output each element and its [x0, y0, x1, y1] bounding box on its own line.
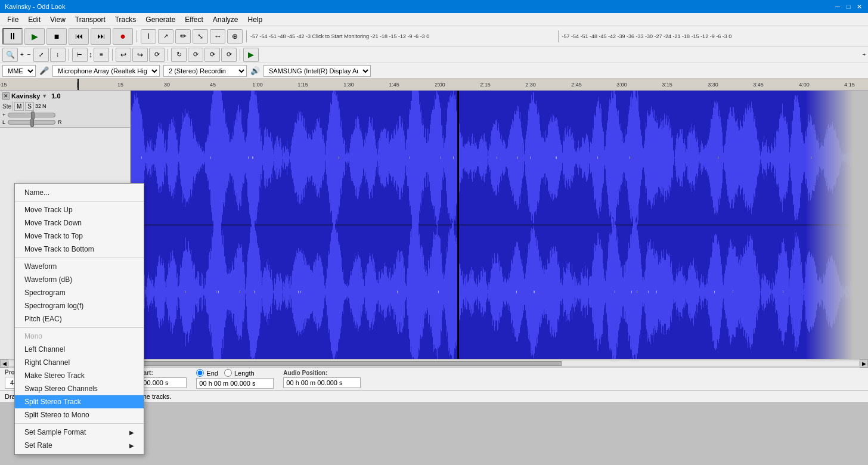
menu-file[interactable]: File	[2, 14, 23, 25]
skip-fwd-button[interactable]: ⏭	[91, 28, 111, 45]
play-once-btn[interactable]: ⟳	[221, 48, 237, 62]
gain-btn[interactable]: ≡	[94, 48, 109, 62]
device-row: MME 🎤 Microphone Array (Realtek High 2 (…	[0, 63, 868, 79]
play-green-btn[interactable]: ▶	[243, 48, 259, 62]
menu-edit[interactable]: Edit	[23, 14, 45, 25]
track-name-row: ✕ Kavinsky ▼ 1.0	[2, 92, 128, 100]
track-controls: Ste M S 32 N	[2, 101, 128, 111]
sep6	[168, 49, 168, 61]
draw-tool[interactable]: ✏	[175, 29, 191, 44]
ctx-split-mono[interactable]: Split Stereo to Mono	[15, 408, 144, 421]
ctx-sep2	[15, 258, 144, 258]
play-button[interactable]: ▶	[24, 28, 45, 45]
close-button[interactable]: ✕	[855, 2, 863, 11]
scrub-btn[interactable]: ⟳	[188, 48, 203, 62]
sep2	[246, 30, 247, 42]
play-sel-btn[interactable]: ⟳	[204, 48, 220, 62]
scroll-right-arrow[interactable]: ▶	[860, 359, 868, 368]
menu-transport[interactable]: Transport	[70, 14, 110, 25]
waveform-area[interactable]	[131, 91, 868, 359]
menu-analyze[interactable]: Analyze	[208, 14, 243, 25]
title-bar: Kavinsky - Odd Look ─ □ ✕	[0, 0, 868, 13]
audio-position-input[interactable]	[283, 377, 361, 388]
output-meter-label: -57 -54 -51 -48 -45 -42 -39 -36 -33 -30 …	[562, 33, 732, 39]
ctx-move-up[interactable]: Move Track Up	[15, 203, 144, 216]
track-type-label: Ste	[2, 103, 11, 110]
track-header: ✕ Kavinsky ▼ 1.0 Ste M S 32 N +	[0, 91, 130, 128]
maximize-button[interactable]: □	[844, 2, 852, 11]
track-dropdown[interactable]: ▼	[42, 93, 47, 99]
length-radio[interactable]	[224, 369, 232, 377]
mute-btn[interactable]: M	[14, 102, 24, 111]
ctx-set-rate[interactable]: Set Rate ▶	[15, 439, 144, 452]
ctx-split-stereo[interactable]: Split Stereo Track	[15, 395, 144, 408]
multi-tool[interactable]: ⊕	[227, 29, 243, 44]
record-button[interactable]: ●	[113, 28, 133, 45]
tl-mark-415: 4:15	[844, 82, 855, 88]
pan-slider[interactable]	[8, 120, 55, 125]
fit-btn[interactable]: ⤢	[33, 48, 49, 62]
ctx-waveform-db[interactable]: Waveform (dB)	[15, 273, 144, 286]
stop-button[interactable]: ■	[46, 28, 67, 45]
tl-mark-145: 1:45	[389, 82, 399, 88]
pan-slider-thumb	[30, 119, 34, 127]
end-radio[interactable]	[196, 369, 204, 377]
ctx-spectrogram[interactable]: Spectrogram	[15, 286, 144, 299]
mme-select[interactable]: MME	[2, 65, 36, 77]
envelope-tool[interactable]: ↗	[158, 29, 173, 44]
scroll-left-arrow[interactable]: ◀	[0, 359, 8, 368]
ctx-move-top[interactable]: Move Track to Top	[15, 230, 144, 243]
gain-slider[interactable]	[8, 113, 55, 117]
tl-mark-330: 3:30	[708, 82, 718, 88]
menu-tracks[interactable]: Tracks	[110, 14, 141, 25]
solo-btn[interactable]: S	[25, 102, 34, 111]
menu-generate[interactable]: Generate	[141, 14, 180, 25]
input-meter-area: -57 -54 -51 -48 -45 -42 -3 Click to Star…	[250, 33, 554, 39]
tl-mark-200: 2:00	[435, 82, 445, 88]
ctx-right-channel[interactable]: Right Channel	[15, 356, 144, 369]
ctx-name[interactable]: Name...	[15, 186, 144, 199]
selection-tool[interactable]: I	[141, 29, 156, 44]
menu-help[interactable]: Help	[243, 14, 268, 25]
loop-btn[interactable]: ↻	[171, 48, 187, 62]
zoom-in-btn[interactable]: 🔍	[2, 48, 18, 62]
fit-v-btn[interactable]: ↕	[50, 48, 66, 62]
skip-back-button[interactable]: ⏮	[69, 28, 89, 45]
track-name-label: Kavinsky	[11, 92, 40, 100]
output-device-select[interactable]: SAMSUNG (Intel(R) Display Auc	[264, 65, 371, 77]
input-device-select[interactable]: Microphone Array (Realtek High	[52, 65, 160, 77]
zoom-tool[interactable]: ⤡	[193, 29, 208, 44]
gain-icon: ↕	[89, 50, 93, 59]
tl-mark-115: 1:15	[297, 82, 308, 88]
ctx-move-down[interactable]: Move Track Down	[15, 216, 144, 230]
minimize-button[interactable]: ─	[833, 2, 842, 11]
ctx-sample-format[interactable]: Set Sample Format ▶	[15, 426, 144, 439]
ctx-pitch[interactable]: Pitch (EAC)	[15, 312, 144, 326]
ctx-spectrogram-log[interactable]: Spectrogram log(f)	[15, 299, 144, 312]
audio-position-group: Audio Position:	[283, 370, 361, 388]
track-close-btn[interactable]: ✕	[2, 92, 10, 100]
ctx-swap-stereo[interactable]: Swap Stereo Channels	[15, 382, 144, 395]
undo-btn[interactable]: ↩	[116, 48, 131, 62]
end-length-group: End Length	[196, 369, 274, 389]
menu-effect[interactable]: Effect	[180, 14, 207, 25]
menu-view[interactable]: View	[45, 14, 70, 25]
pause-button[interactable]: ⏸	[2, 28, 23, 45]
mic-icon: 🎤	[39, 66, 49, 75]
end-value-input[interactable]	[196, 378, 274, 389]
ctx-waveform[interactable]: Waveform	[15, 260, 144, 273]
window-controls: ─ □ ✕	[833, 2, 863, 11]
channel-select[interactable]: 2 (Stereo) Recordin	[163, 65, 247, 77]
waveform-canvas[interactable]	[131, 91, 868, 359]
n-label: N	[42, 103, 46, 109]
redo-btn[interactable]: ↪	[132, 48, 148, 62]
sel-start-btn[interactable]: ⊢	[72, 48, 88, 62]
ctx-left-channel[interactable]: Left Channel	[15, 343, 144, 356]
ctx-move-bottom[interactable]: Move Track to Bottom	[15, 243, 144, 256]
tl-mark-215: 2:15	[480, 82, 491, 88]
timeshift-tool[interactable]: ↔	[210, 29, 225, 44]
pan-row: L R	[2, 119, 128, 125]
sync-btn[interactable]: ⟳	[149, 48, 165, 62]
ctx-make-stereo[interactable]: Make Stereo Track	[15, 369, 144, 382]
timeline[interactable]: -15 | 15 30 45 1:00 1:15 1:30 1:45 2:00 …	[0, 79, 868, 91]
